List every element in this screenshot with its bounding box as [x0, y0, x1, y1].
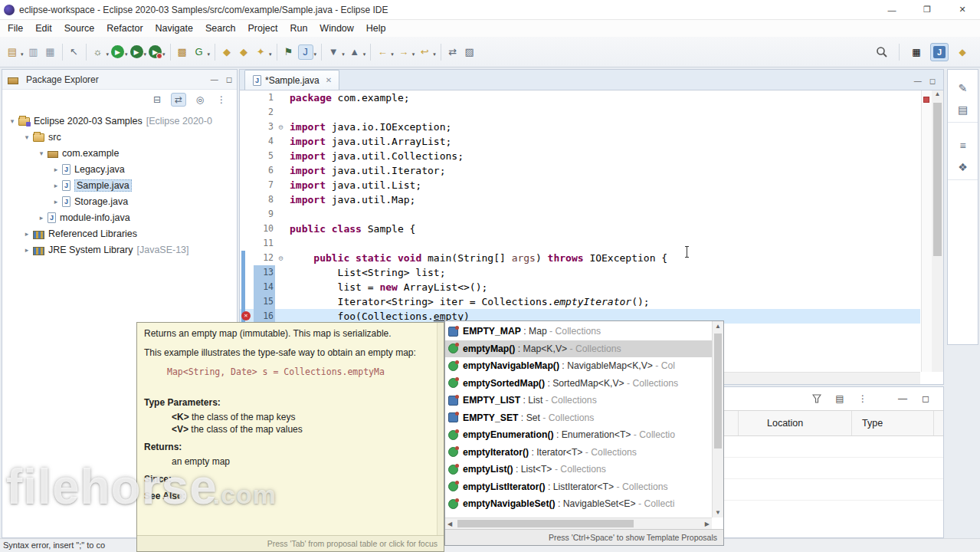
tree-item-com-example[interactable]: ▾com.example	[2, 145, 237, 161]
fold-marker-icon[interactable]: ⊖	[275, 251, 287, 265]
code-line-4[interactable]: 4import java.util.ArrayList;	[240, 134, 920, 149]
new-java-project-icon[interactable]: ▩	[175, 44, 190, 60]
previous-annotation-icon[interactable]: ▲	[347, 44, 362, 60]
new-wizard-icon[interactable]: ▤	[5, 44, 20, 60]
code-line-6[interactable]: 6import java.util.Iterator;	[240, 163, 920, 178]
maximize-button[interactable]: ❐	[910, 0, 945, 20]
task-list-view-icon[interactable]: ▤	[958, 104, 968, 116]
tree-item-jre-system-library[interactable]: ▸JRE System Library[JavaSE-13]	[2, 242, 237, 258]
external-tools-icon[interactable]: ✦	[253, 44, 268, 60]
scrollbar-thumb[interactable]	[457, 520, 634, 527]
tree-item-referenced-libraries[interactable]: ▸Referenced Libraries	[2, 225, 237, 242]
scroll-up-icon[interactable]: ▲	[713, 323, 723, 330]
declaration-view-icon[interactable]: ❖	[958, 161, 968, 173]
menu-help[interactable]: Help	[360, 21, 392, 35]
code-line-5[interactable]: 5import java.util.Collections;	[240, 149, 920, 163]
code-line-7[interactable]: 7import java.util.List;	[240, 178, 920, 192]
tree-item-storage-java[interactable]: ▸JStorage.java	[2, 193, 237, 209]
dropdown-arrow-icon[interactable]: ▾	[21, 51, 24, 58]
save-icon[interactable]: ▥	[26, 44, 41, 60]
link-with-editor-icon[interactable]: ⇄	[171, 93, 186, 107]
expander-icon[interactable]: ▸	[21, 230, 32, 238]
view-menu-icon[interactable]: ⋮	[214, 93, 229, 107]
menu-project[interactable]: Project	[242, 21, 284, 35]
editor-minimize-icon[interactable]: —	[914, 77, 922, 85]
view-menu-icon[interactable]: ⋮	[856, 392, 870, 406]
tree-item-eclipse-2020-03-samples[interactable]: ▾Eclipse 2020-03 Samples[Eclipse 2020-0	[2, 113, 237, 129]
assist-vertical-scrollbar[interactable]: ▲ ▼	[712, 321, 723, 518]
coverage-icon[interactable]: ▶	[130, 45, 143, 58]
run-icon[interactable]: ▶	[111, 45, 124, 58]
export-jar-icon[interactable]: ◆	[219, 44, 234, 60]
error-marker-icon[interactable]: ✕	[241, 311, 251, 320]
menu-navigate[interactable]: Navigate	[149, 21, 199, 35]
export-war-icon[interactable]: ◆	[236, 44, 251, 60]
back-history-icon[interactable]: ←	[375, 44, 390, 60]
proposal-emptyIterator[interactable]: emptyIterator() : Iterator<T> - Collecti…	[445, 444, 712, 462]
error-overview-marker[interactable]	[923, 97, 929, 103]
code-line-10[interactable]: 10public class Sample {	[240, 222, 920, 236]
save-all-icon[interactable]: ▦	[43, 44, 58, 60]
cursor-tool-icon[interactable]: ↖	[67, 44, 82, 60]
dropdown-arrow-icon[interactable]: ▾	[125, 51, 128, 58]
code-line-2[interactable]: 2	[240, 105, 920, 120]
filter-icon[interactable]	[810, 392, 824, 406]
tree-item-sample-java[interactable]: ▸JSample.java	[2, 177, 237, 193]
menu-window[interactable]: Window	[313, 21, 359, 35]
tree-item-module-info-java[interactable]: ▸Jmodule-info.java	[2, 209, 237, 225]
tab-sample-java[interactable]: J *Sample.java ✕	[244, 70, 339, 90]
open-task-icon[interactable]: ▨	[462, 44, 477, 60]
dropdown-arrow-icon[interactable]: ▾	[363, 51, 366, 58]
debug-icon[interactable]: ☼	[90, 44, 106, 60]
expander-icon[interactable]: ▸	[51, 182, 61, 189]
generate-javadoc-icon[interactable]: G	[192, 44, 207, 60]
code-line-1[interactable]: 1package com.example;	[240, 90, 920, 105]
editor-vertical-scrollbar[interactable]: ▲	[932, 90, 943, 372]
fold-marker-icon[interactable]: ⊖	[275, 120, 287, 134]
group-by-icon[interactable]: ▤	[833, 392, 847, 406]
minimize-button[interactable]: —	[874, 0, 910, 20]
collapse-all-icon[interactable]: ⊟	[149, 93, 165, 107]
dropdown-arrow-icon[interactable]: ▾	[144, 51, 147, 58]
hover-scrollbar[interactable]	[437, 323, 444, 535]
profile-icon[interactable]: ▶	[149, 45, 162, 58]
code-line-14[interactable]: 14 list = new ArrayList<>();	[240, 280, 920, 294]
scroll-right-icon[interactable]: ▶	[705, 521, 710, 527]
menu-run[interactable]: Run	[284, 21, 313, 35]
explorer-maximize-icon[interactable]: ◻	[226, 75, 232, 84]
scrollbar-thumb[interactable]	[933, 103, 942, 256]
outline-view-icon[interactable]: ≡	[959, 140, 965, 152]
expander-icon[interactable]: ▾	[21, 133, 32, 141]
javadoc-view-icon[interactable]: ✎	[959, 82, 968, 94]
scrollbar-thumb[interactable]	[714, 334, 722, 449]
mark-occurrences-flag-icon[interactable]: ⚑	[281, 44, 297, 60]
menu-file[interactable]: File	[2, 21, 29, 35]
dropdown-arrow-icon[interactable]: ▾	[433, 51, 436, 58]
expander-icon[interactable]: ▸	[36, 214, 47, 222]
column-location[interactable]: Location	[767, 418, 803, 429]
next-annotation-icon[interactable]: ▼	[326, 44, 341, 60]
proposal-emptyNavigableSet[interactable]: emptyNavigableSet() : NavigableSet<E> - …	[445, 495, 712, 513]
expander-icon[interactable]: ▸	[51, 166, 61, 173]
open-perspective-icon[interactable]: ▦	[907, 43, 926, 61]
forward-history-icon[interactable]: →	[396, 44, 411, 60]
tab-close-icon[interactable]: ✕	[326, 76, 332, 84]
tree-item-src[interactable]: ▾src	[2, 129, 237, 145]
last-edit-location-icon[interactable]: ↩	[417, 44, 432, 60]
java-perspective-icon[interactable]: J	[930, 43, 949, 61]
proposal-emptyEnumeration[interactable]: emptyEnumeration() : Enumeration<T> - Co…	[445, 426, 712, 444]
scroll-up-icon[interactable]: ▲	[932, 90, 943, 101]
scroll-left-icon[interactable]: ◀	[447, 521, 452, 527]
java-editor-icon[interactable]: J	[298, 44, 313, 60]
code-line-13[interactable]: 13 List<String> list;	[240, 265, 920, 280]
expander-icon[interactable]: ▾	[36, 150, 47, 157]
proposal-emptyList[interactable]: emptyList() : List<T> - Collections	[445, 461, 712, 478]
other-perspective-icon[interactable]: ◆	[953, 43, 972, 61]
dropdown-arrow-icon[interactable]: ▾	[208, 51, 211, 58]
dropdown-arrow-icon[interactable]: ▾	[162, 51, 166, 58]
proposal-emptyMap[interactable]: emptyMap() : Map<K,V> - Collections	[445, 340, 712, 358]
menu-edit[interactable]: Edit	[29, 21, 58, 35]
focus-on-active-task-icon[interactable]: ◎	[192, 93, 208, 107]
dropdown-arrow-icon[interactable]: ▾	[107, 51, 110, 58]
proposal-EMPTY_MAP[interactable]: EMPTY_MAP : Map - Collections	[445, 323, 712, 340]
